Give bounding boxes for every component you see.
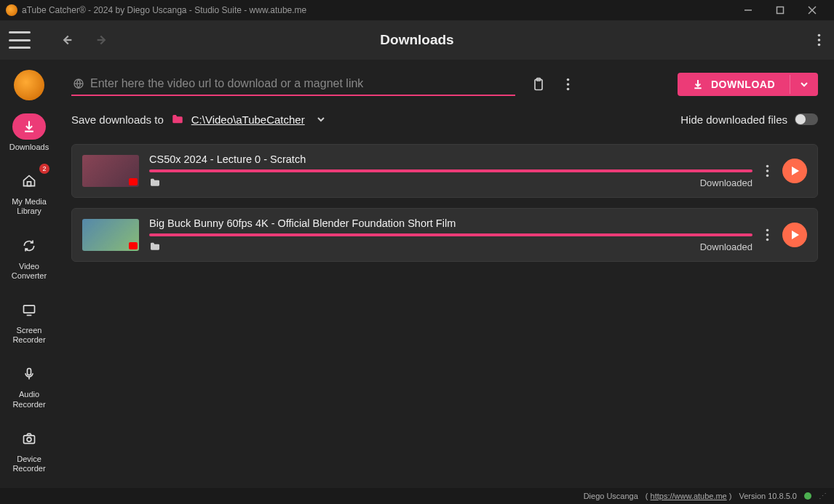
sidebar-item-device-recorder[interactable]: Device Recorder bbox=[0, 423, 58, 476]
svg-point-8 bbox=[818, 44, 821, 47]
svg-point-23 bbox=[567, 83, 570, 86]
status-indicator-icon bbox=[804, 492, 811, 500]
svg-point-17 bbox=[27, 437, 31, 441]
svg-point-28 bbox=[766, 169, 769, 172]
chevron-down-icon[interactable] bbox=[312, 111, 330, 128]
open-folder-button[interactable] bbox=[149, 177, 161, 188]
sidebar-item-screen-recorder[interactable]: Screen Recorder bbox=[0, 294, 58, 348]
svg-point-32 bbox=[766, 233, 769, 236]
folder-icon bbox=[171, 113, 184, 126]
titlebar: aTube Catcher® - 2024 by Diego Uscanga -… bbox=[0, 0, 834, 20]
page-title: Downloads bbox=[380, 32, 453, 48]
main-panel: DOWNLOAD Save downloads to C:\Video\aTub… bbox=[58, 60, 834, 488]
download-title: CS50x 2024 - Lecture 0 - Scratch bbox=[149, 153, 752, 165]
download-item: CS50x 2024 - Lecture 0 - Scratch Downloa… bbox=[71, 144, 818, 198]
monitor-icon bbox=[12, 297, 46, 323]
sidebar-item-media-library[interactable]: 2 My Media Library bbox=[0, 165, 58, 219]
download-icon bbox=[692, 79, 704, 90]
minimize-button[interactable] bbox=[739, 1, 757, 19]
url-more-button[interactable] bbox=[562, 73, 574, 95]
status-version: Version 10.8.5.0 bbox=[739, 492, 797, 500]
svg-rect-12 bbox=[24, 305, 35, 313]
media-badge: 2 bbox=[39, 164, 49, 174]
open-folder-button[interactable] bbox=[149, 241, 161, 252]
svg-point-24 bbox=[567, 88, 570, 91]
download-button[interactable]: DOWNLOAD bbox=[678, 73, 818, 96]
svg-point-27 bbox=[766, 165, 769, 168]
svg-point-31 bbox=[766, 229, 769, 232]
svg-point-33 bbox=[766, 239, 769, 241]
svg-point-7 bbox=[818, 39, 821, 41]
sidebar-item-label: Video Converter bbox=[3, 262, 55, 281]
hide-downloaded-toggle[interactable] bbox=[795, 113, 818, 125]
url-input-wrap bbox=[71, 73, 515, 96]
play-button[interactable] bbox=[782, 159, 807, 183]
svg-rect-14 bbox=[28, 369, 31, 375]
status-author: Diego Uscanga bbox=[584, 492, 638, 500]
resize-grip-icon[interactable]: ⋰ bbox=[819, 492, 827, 501]
download-icon bbox=[12, 113, 46, 140]
sidebar-item-label: Downloads bbox=[9, 143, 49, 152]
video-thumbnail[interactable] bbox=[82, 219, 139, 251]
download-status: Downloaded bbox=[700, 241, 752, 252]
sidebar-item-downloads[interactable]: Downloads bbox=[7, 111, 52, 155]
svg-point-22 bbox=[567, 79, 570, 81]
play-button[interactable] bbox=[782, 223, 807, 247]
close-button[interactable] bbox=[803, 1, 821, 19]
download-button-label: DOWNLOAD bbox=[711, 79, 775, 90]
refresh-icon bbox=[12, 233, 46, 259]
maximize-button[interactable] bbox=[771, 1, 789, 19]
mic-icon bbox=[12, 361, 46, 387]
video-thumbnail[interactable] bbox=[82, 155, 139, 187]
sidebar-item-label: Screen Recorder bbox=[3, 326, 55, 345]
downloads-list: CS50x 2024 - Lecture 0 - Scratch Downloa… bbox=[71, 144, 818, 482]
topbar-more-button[interactable] bbox=[813, 29, 825, 51]
download-status: Downloaded bbox=[700, 177, 752, 188]
item-more-button[interactable] bbox=[763, 225, 772, 244]
svg-point-6 bbox=[818, 34, 821, 37]
svg-point-29 bbox=[766, 175, 769, 177]
sidebar-item-audio-recorder[interactable]: Audio Recorder bbox=[0, 358, 58, 412]
sidebar-item-label: My Media Library bbox=[3, 197, 55, 216]
topbar: Downloads bbox=[0, 20, 834, 60]
sidebar-item-label: Audio Recorder bbox=[3, 390, 55, 409]
progress-bar bbox=[149, 233, 752, 236]
camera-icon bbox=[12, 425, 46, 452]
sidebar-item-label: Device Recorder bbox=[3, 455, 55, 473]
progress-bar bbox=[149, 169, 752, 172]
sidebar: Downloads 2 My Media Library Video Conve… bbox=[0, 60, 58, 488]
paste-button[interactable] bbox=[527, 73, 550, 96]
download-item: Big Buck Bunny 60fps 4K - Official Blend… bbox=[71, 208, 818, 262]
app-logo bbox=[14, 70, 44, 100]
item-more-button[interactable] bbox=[763, 161, 772, 180]
download-title: Big Buck Bunny 60fps 4K - Official Blend… bbox=[149, 217, 752, 229]
nav-back-button[interactable] bbox=[48, 28, 84, 52]
svg-rect-11 bbox=[28, 182, 31, 186]
url-input[interactable] bbox=[90, 77, 514, 90]
save-label: Save downloads to bbox=[71, 113, 164, 126]
hide-downloaded-label: Hide downloaded files bbox=[680, 113, 787, 126]
hamburger-menu[interactable] bbox=[9, 31, 31, 49]
save-path-link[interactable]: C:\Video\aTubeCatcher bbox=[191, 113, 305, 126]
svg-rect-16 bbox=[24, 436, 35, 444]
download-dropdown-button[interactable] bbox=[790, 75, 818, 94]
app-icon bbox=[6, 4, 17, 16]
window-title: aTube Catcher® - 2024 by Diego Uscanga -… bbox=[22, 5, 306, 15]
sidebar-item-video-converter[interactable]: Video Converter bbox=[0, 230, 58, 284]
globe-icon bbox=[73, 78, 84, 89]
svg-marker-30 bbox=[792, 167, 799, 175]
statusbar: Diego Uscanga ( https://www.atube.me ) V… bbox=[0, 488, 834, 504]
status-url-link[interactable]: https://www.atube.me bbox=[651, 492, 727, 500]
nav-forward-button[interactable] bbox=[84, 28, 121, 52]
svg-rect-1 bbox=[777, 7, 784, 14]
svg-marker-34 bbox=[792, 231, 799, 239]
